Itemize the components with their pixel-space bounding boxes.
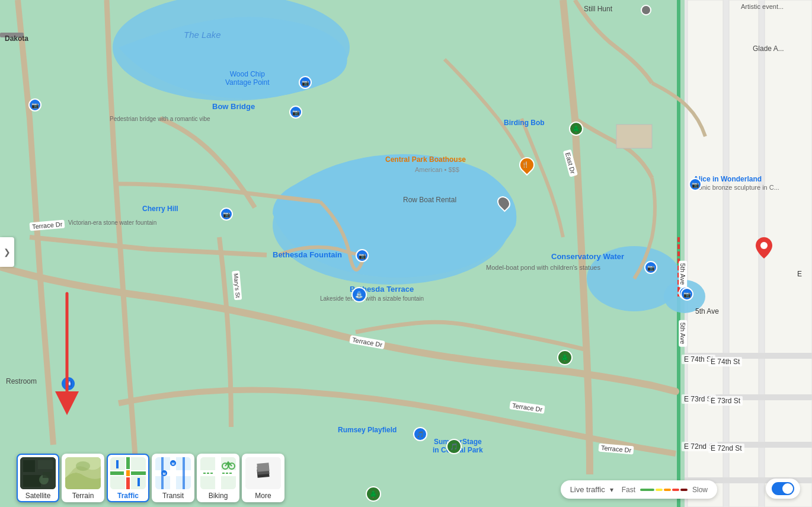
svg-rect-3: [729, 0, 759, 507]
traffic-legend: Live traffic ▾ Fast Slow: [561, 480, 717, 499]
svg-rect-22: [23, 460, 35, 472]
map-svg: [0, 0, 812, 507]
still-hunt-pin: [641, 5, 651, 15]
traffic-label: Traffic: [117, 492, 139, 500]
terrain-label: Terrain: [72, 492, 94, 500]
svg-rect-15: [0, 33, 24, 37]
transit-thumb: M M: [155, 457, 191, 489]
svg-rect-36: [131, 471, 146, 475]
svg-rect-43: [183, 457, 185, 489]
transit-btn[interactable]: M M Transit: [152, 454, 194, 502]
traffic-btn[interactable]: Traffic: [107, 454, 149, 502]
svg-rect-23: [38, 460, 53, 469]
svg-text:M: M: [163, 472, 166, 476]
svg-rect-32: [126, 457, 130, 469]
live-traffic-label: Live traffic: [570, 485, 605, 494]
svg-point-28: [76, 461, 90, 471]
svg-rect-37: [116, 460, 119, 468]
wood-chip-cam-icon: 📷: [299, 76, 312, 89]
more-btn[interactable]: More: [242, 454, 284, 502]
red-pin: [756, 237, 772, 261]
top-left-cam-icon: 📷: [28, 98, 41, 111]
satellite-thumb: [20, 457, 56, 489]
conservatory-cam-icon: 📷: [644, 261, 657, 274]
alice-cam-icon: 📷: [689, 178, 702, 191]
traffic-toggle[interactable]: [766, 479, 800, 499]
transit-label: Transit: [162, 492, 184, 500]
svg-rect-24: [23, 475, 41, 487]
fifth-ave-vert-label: 5th Ave: [695, 307, 719, 315]
traffic-thumb: [110, 457, 146, 489]
biking-thumb: [200, 457, 236, 489]
bethesda-terrace-icon: ⛲: [351, 287, 367, 302]
terrain-btn[interactable]: Terrain: [62, 454, 104, 502]
terrain-thumb: [65, 457, 101, 489]
restroom-icon: 🚻: [62, 377, 75, 390]
svg-rect-34: [126, 477, 130, 489]
biking-label: Biking: [209, 492, 228, 500]
fifth-ave-label: 5th Ave: [679, 320, 687, 347]
slow-label: Slow: [692, 486, 708, 494]
e73rd-label: E 73rd St: [708, 396, 743, 406]
svg-point-18: [760, 242, 768, 249]
fast-label: Fast: [622, 486, 635, 494]
rumsey-music-icon: 🎵: [413, 427, 427, 441]
traffic-color-bar: [640, 489, 688, 491]
svg-rect-2: [688, 0, 723, 507]
svg-rect-41: [155, 470, 191, 476]
e72nd-label: E 72nd St: [708, 444, 744, 453]
more-label: More: [255, 492, 271, 500]
svg-rect-26: [43, 472, 52, 478]
toggle-switch[interactable]: [772, 482, 794, 495]
more-thumb: [245, 457, 281, 489]
summerstage-icon: 🎵: [446, 439, 462, 454]
cherry-hill-cam-icon: 📷: [220, 208, 233, 221]
svg-rect-38: [138, 478, 140, 486]
biking-btn[interactable]: Biking: [197, 454, 239, 502]
fifth-ave-label-2: 5th Ave: [679, 261, 687, 288]
nav-arrow-button[interactable]: ❯: [0, 237, 14, 267]
bow-bridge-cam-icon: 📷: [289, 106, 302, 119]
e74th-label: E 74th St: [708, 357, 742, 366]
satellite-label: Satellite: [25, 492, 51, 500]
right-cam-icon: 📷: [680, 288, 693, 301]
bottom-park-icon: 🌲: [366, 486, 381, 502]
satellite-btn[interactable]: Satellite: [17, 454, 59, 502]
bethesda-fountain-cam-icon: 📷: [356, 249, 369, 262]
map-container[interactable]: The Lake Dakota Wood ChipVantage Point B…: [0, 0, 812, 507]
dropdown-arrow-icon[interactable]: ▾: [610, 486, 613, 494]
e-label: E: [797, 270, 802, 278]
svg-rect-35: [110, 471, 124, 475]
park-green-icon: 🌲: [557, 350, 573, 365]
toggle-knob: [782, 483, 793, 494]
svg-rect-59: [257, 463, 269, 472]
map-type-selector[interactable]: Satellite Terrain: [17, 454, 284, 502]
birding-bob-icon: 🌲: [569, 122, 583, 136]
svg-rect-17: [616, 125, 652, 148]
svg-rect-33: [126, 470, 130, 476]
svg-text:M: M: [172, 462, 175, 465]
